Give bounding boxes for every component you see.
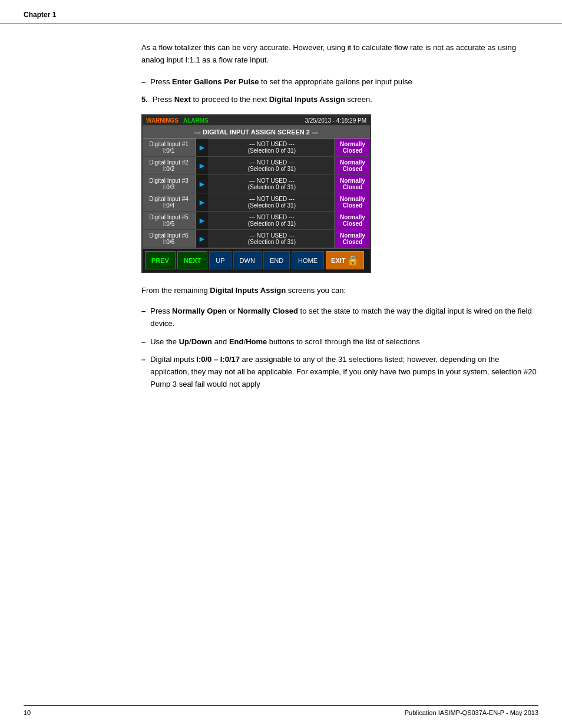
- normally-label-2: Normally: [340, 159, 365, 166]
- arrow-btn-1[interactable]: ►: [196, 139, 209, 156]
- input-value-2: --- NOT USED --- (Selection 0 of 31): [209, 157, 335, 174]
- closed-label-6: Closed: [343, 239, 362, 245]
- normally-open-bold: Normally Open: [172, 307, 226, 315]
- input-label-5-addr: I:0/5: [163, 220, 174, 227]
- end-bold: End: [229, 337, 244, 346]
- table-row: Digital Input #3 I:0/3 ► --- NOT USED --…: [143, 175, 370, 193]
- arrow-btn-2[interactable]: ►: [196, 157, 209, 174]
- exit-button[interactable]: EXIT 🔒: [326, 251, 363, 269]
- exit-icon: 🔒: [347, 255, 359, 266]
- normally-label-6: Normally: [340, 232, 365, 239]
- page-footer: 10 Publication IASIMP-QS037A-EN-P - May …: [24, 705, 538, 716]
- exit-label: EXIT: [331, 257, 345, 264]
- home-bold: Home: [246, 337, 267, 346]
- screen-topbar: WARNINGS ALARMS 3/25/2013 - 4:18:29 PM: [143, 116, 370, 126]
- closed-label-5: Closed: [343, 220, 362, 227]
- normally-label-3: Normally: [340, 177, 365, 184]
- arrow-btn-5[interactable]: ►: [196, 212, 209, 229]
- input-label-2-addr: I:0/2: [163, 166, 174, 172]
- arrow-btn-4[interactable]: ►: [196, 193, 209, 211]
- alarms-label[interactable]: ALARMS: [183, 117, 209, 124]
- input-label-4-name: Digital Input #4: [149, 196, 189, 202]
- bullet-dash-2: –: [141, 305, 146, 330]
- normally-closed-bold: Normally Closed: [237, 307, 298, 315]
- screen-buttons: PREV NEXT UP DWN END HOME EXIT 🔒: [143, 248, 370, 272]
- normally-closed-btn-4[interactable]: Normally Closed: [335, 193, 370, 211]
- normally-closed-btn-3[interactable]: Normally Closed: [335, 175, 370, 193]
- table-row: Digital Input #5 I:0/5 ► --- NOT USED --…: [143, 212, 370, 230]
- input-label-3: Digital Input #3 I:0/3: [143, 175, 196, 193]
- not-used-1: --- NOT USED ---: [249, 141, 295, 147]
- page-container: Chapter 1 As a flow totalizer this can b…: [0, 0, 562, 728]
- input-label-1: Digital Input #1 I:0/1: [143, 139, 196, 156]
- enter-gallons-bold: Enter Gallons Per Pulse: [172, 77, 259, 86]
- end-button[interactable]: END: [263, 251, 290, 269]
- input-label-4: Digital Input #4 I:0/4: [143, 193, 196, 211]
- bullet-dash-3: –: [141, 336, 146, 348]
- table-row: Digital Input #4 I:0/4 ► --- NOT USED --…: [143, 193, 370, 212]
- input-label-3-name: Digital Input #3: [149, 177, 189, 184]
- input-label-5-name: Digital Input #5: [149, 214, 189, 220]
- selection-5: (Selection 0 of 31): [248, 220, 296, 227]
- not-used-5: --- NOT USED ---: [249, 214, 295, 220]
- bullet-dash-4: –: [141, 354, 146, 390]
- not-used-3: --- NOT USED ---: [249, 177, 295, 184]
- input-label-4-addr: I:0/4: [163, 202, 174, 209]
- prev-button[interactable]: PREV: [145, 251, 176, 269]
- input-label-6: Digital Input #6 I:0/6: [143, 230, 196, 248]
- bullet-digital-inputs-range: – Digital inputs I:0/0 – I:0/17 are assi…: [141, 354, 538, 390]
- screen-title-bar: --- DIGITAL INPUT ASSIGN SCREEN 2 ---: [143, 126, 370, 139]
- arrow-btn-6[interactable]: ►: [196, 230, 209, 248]
- input-label-3-addr: I:0/3: [163, 184, 174, 190]
- digital-inputs-assign-bold: Digital Inputs Assign: [269, 95, 345, 104]
- input-value-4: --- NOT USED --- (Selection 0 of 31): [209, 193, 335, 211]
- step-5-number: 5.: [141, 94, 148, 106]
- home-button[interactable]: HOME: [292, 251, 324, 269]
- bullet-text-4: Digital inputs I:0/0 – I:0/17 are assign…: [150, 354, 538, 390]
- screen-mockup: WARNINGS ALARMS 3/25/2013 - 4:18:29 PM -…: [141, 114, 371, 273]
- up-button[interactable]: UP: [209, 251, 231, 269]
- bullet-text-1: Press Enter Gallons Per Pulse to set the…: [150, 76, 538, 88]
- screen-topbar-left: WARNINGS ALARMS: [146, 117, 209, 124]
- page-number: 10: [24, 709, 31, 716]
- normally-closed-btn-6[interactable]: Normally Closed: [335, 230, 370, 248]
- dwn-button[interactable]: DWN: [233, 251, 262, 269]
- normally-label-4: Normally: [340, 196, 365, 202]
- input-label-6-addr: I:0/6: [163, 239, 174, 245]
- selection-4: (Selection 0 of 31): [248, 202, 296, 209]
- closed-label-2: Closed: [343, 166, 362, 172]
- page-header: Chapter 1: [0, 0, 562, 24]
- intro-paragraph: As a flow totalizer this can be very acc…: [141, 42, 538, 67]
- datetime-label: 3/25/2013 - 4:18:29 PM: [305, 117, 366, 124]
- bullet-text-2: Press Normally Open or Normally Closed t…: [150, 305, 538, 330]
- bullet-enter-gallons: – Press Enter Gallons Per Pulse to set t…: [141, 76, 538, 88]
- input-label-1-name: Digital Input #1: [149, 141, 189, 147]
- digital-inputs-assign-bold-2: Digital Inputs Assign: [210, 286, 286, 295]
- bullet-normally-open-closed: – Press Normally Open or Normally Closed…: [141, 305, 538, 330]
- input-label-2-name: Digital Input #2: [149, 159, 189, 166]
- input-label-5: Digital Input #5 I:0/5: [143, 212, 196, 229]
- input-label-2: Digital Input #2 I:0/2: [143, 157, 196, 174]
- normally-label-5: Normally: [340, 214, 365, 220]
- post-screen-text: From the remaining Digital Inputs Assign…: [141, 285, 538, 297]
- selection-2: (Selection 0 of 31): [248, 166, 296, 172]
- next-bold: Next: [174, 95, 191, 104]
- chapter-label: Chapter 1: [24, 11, 56, 19]
- normally-closed-btn-1[interactable]: Normally Closed: [335, 139, 370, 156]
- bullet-dash-1: –: [141, 76, 146, 88]
- left-margin: [24, 42, 141, 397]
- not-used-2: --- NOT USED ---: [249, 159, 295, 166]
- input-value-3: --- NOT USED --- (Selection 0 of 31): [209, 175, 335, 193]
- right-content: As a flow totalizer this can be very acc…: [141, 42, 538, 397]
- bullet-updown-endhome: – Use the Up/Down and End/Home buttons t…: [141, 336, 538, 348]
- main-content: As a flow totalizer this can be very acc…: [0, 24, 562, 420]
- closed-label-4: Closed: [343, 202, 362, 209]
- normally-closed-btn-2[interactable]: Normally Closed: [335, 157, 370, 174]
- normally-closed-btn-5[interactable]: Normally Closed: [335, 212, 370, 229]
- closed-label-3: Closed: [343, 184, 362, 190]
- closed-label-1: Closed: [343, 147, 362, 154]
- table-row: Digital Input #1 I:0/1 ► --- NOT USED --…: [143, 139, 370, 157]
- next-button[interactable]: NEXT: [177, 251, 207, 269]
- arrow-btn-3[interactable]: ►: [196, 175, 209, 193]
- warnings-label[interactable]: WARNINGS: [146, 117, 178, 124]
